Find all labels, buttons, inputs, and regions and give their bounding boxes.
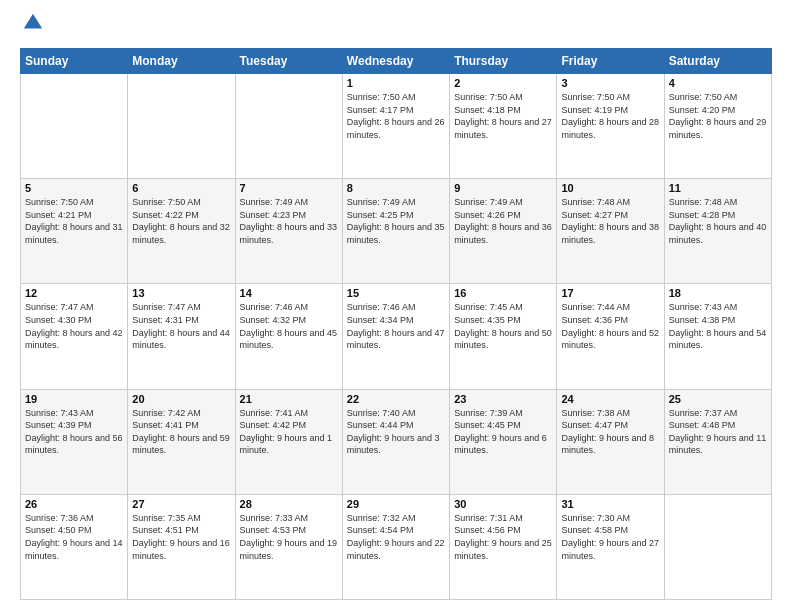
day-number: 21 bbox=[240, 393, 338, 405]
day-number: 29 bbox=[347, 498, 445, 510]
day-number: 24 bbox=[561, 393, 659, 405]
calendar-cell: 20Sunrise: 7:42 AMSunset: 4:41 PMDayligh… bbox=[128, 389, 235, 494]
calendar-cell: 7Sunrise: 7:49 AMSunset: 4:23 PMDaylight… bbox=[235, 179, 342, 284]
day-number: 15 bbox=[347, 287, 445, 299]
day-number: 2 bbox=[454, 77, 552, 89]
day-number: 19 bbox=[25, 393, 123, 405]
cell-content: Sunrise: 7:48 AMSunset: 4:28 PMDaylight:… bbox=[669, 196, 767, 246]
day-number: 28 bbox=[240, 498, 338, 510]
cell-content: Sunrise: 7:50 AMSunset: 4:20 PMDaylight:… bbox=[669, 91, 767, 141]
cell-content: Sunrise: 7:35 AMSunset: 4:51 PMDaylight:… bbox=[132, 512, 230, 562]
cell-content: Sunrise: 7:48 AMSunset: 4:27 PMDaylight:… bbox=[561, 196, 659, 246]
calendar-cell: 24Sunrise: 7:38 AMSunset: 4:47 PMDayligh… bbox=[557, 389, 664, 494]
calendar-cell: 31Sunrise: 7:30 AMSunset: 4:58 PMDayligh… bbox=[557, 494, 664, 599]
day-number: 5 bbox=[25, 182, 123, 194]
day-number: 8 bbox=[347, 182, 445, 194]
calendar-header-tuesday: Tuesday bbox=[235, 49, 342, 74]
calendar-cell: 12Sunrise: 7:47 AMSunset: 4:30 PMDayligh… bbox=[21, 284, 128, 389]
cell-content: Sunrise: 7:50 AMSunset: 4:22 PMDaylight:… bbox=[132, 196, 230, 246]
logo-icon bbox=[22, 12, 44, 34]
day-number: 20 bbox=[132, 393, 230, 405]
day-number: 26 bbox=[25, 498, 123, 510]
cell-content: Sunrise: 7:42 AMSunset: 4:41 PMDaylight:… bbox=[132, 407, 230, 457]
cell-content: Sunrise: 7:49 AMSunset: 4:25 PMDaylight:… bbox=[347, 196, 445, 246]
calendar-week-row: 19Sunrise: 7:43 AMSunset: 4:39 PMDayligh… bbox=[21, 389, 772, 494]
cell-content: Sunrise: 7:44 AMSunset: 4:36 PMDaylight:… bbox=[561, 301, 659, 351]
cell-content: Sunrise: 7:31 AMSunset: 4:56 PMDaylight:… bbox=[454, 512, 552, 562]
day-number: 4 bbox=[669, 77, 767, 89]
cell-content: Sunrise: 7:50 AMSunset: 4:19 PMDaylight:… bbox=[561, 91, 659, 141]
calendar-header-monday: Monday bbox=[128, 49, 235, 74]
calendar-cell: 16Sunrise: 7:45 AMSunset: 4:35 PMDayligh… bbox=[450, 284, 557, 389]
calendar-cell: 1Sunrise: 7:50 AMSunset: 4:17 PMDaylight… bbox=[342, 74, 449, 179]
cell-content: Sunrise: 7:46 AMSunset: 4:34 PMDaylight:… bbox=[347, 301, 445, 351]
day-number: 9 bbox=[454, 182, 552, 194]
calendar-cell bbox=[21, 74, 128, 179]
cell-content: Sunrise: 7:37 AMSunset: 4:48 PMDaylight:… bbox=[669, 407, 767, 457]
day-number: 6 bbox=[132, 182, 230, 194]
cell-content: Sunrise: 7:49 AMSunset: 4:23 PMDaylight:… bbox=[240, 196, 338, 246]
calendar-cell: 6Sunrise: 7:50 AMSunset: 4:22 PMDaylight… bbox=[128, 179, 235, 284]
page: SundayMondayTuesdayWednesdayThursdayFrid… bbox=[0, 0, 792, 612]
cell-content: Sunrise: 7:30 AMSunset: 4:58 PMDaylight:… bbox=[561, 512, 659, 562]
cell-content: Sunrise: 7:43 AMSunset: 4:38 PMDaylight:… bbox=[669, 301, 767, 351]
day-number: 1 bbox=[347, 77, 445, 89]
calendar-cell: 10Sunrise: 7:48 AMSunset: 4:27 PMDayligh… bbox=[557, 179, 664, 284]
cell-content: Sunrise: 7:33 AMSunset: 4:53 PMDaylight:… bbox=[240, 512, 338, 562]
calendar-cell: 15Sunrise: 7:46 AMSunset: 4:34 PMDayligh… bbox=[342, 284, 449, 389]
calendar-header-sunday: Sunday bbox=[21, 49, 128, 74]
calendar-cell: 9Sunrise: 7:49 AMSunset: 4:26 PMDaylight… bbox=[450, 179, 557, 284]
cell-content: Sunrise: 7:49 AMSunset: 4:26 PMDaylight:… bbox=[454, 196, 552, 246]
day-number: 27 bbox=[132, 498, 230, 510]
day-number: 16 bbox=[454, 287, 552, 299]
day-number: 18 bbox=[669, 287, 767, 299]
calendar-cell: 2Sunrise: 7:50 AMSunset: 4:18 PMDaylight… bbox=[450, 74, 557, 179]
day-number: 10 bbox=[561, 182, 659, 194]
calendar-cell: 11Sunrise: 7:48 AMSunset: 4:28 PMDayligh… bbox=[664, 179, 771, 284]
cell-content: Sunrise: 7:43 AMSunset: 4:39 PMDaylight:… bbox=[25, 407, 123, 457]
day-number: 12 bbox=[25, 287, 123, 299]
calendar-cell bbox=[128, 74, 235, 179]
cell-content: Sunrise: 7:40 AMSunset: 4:44 PMDaylight:… bbox=[347, 407, 445, 457]
calendar-header-row: SundayMondayTuesdayWednesdayThursdayFrid… bbox=[21, 49, 772, 74]
cell-content: Sunrise: 7:38 AMSunset: 4:47 PMDaylight:… bbox=[561, 407, 659, 457]
calendar-cell bbox=[235, 74, 342, 179]
calendar-cell: 27Sunrise: 7:35 AMSunset: 4:51 PMDayligh… bbox=[128, 494, 235, 599]
calendar-cell: 3Sunrise: 7:50 AMSunset: 4:19 PMDaylight… bbox=[557, 74, 664, 179]
calendar-table: SundayMondayTuesdayWednesdayThursdayFrid… bbox=[20, 48, 772, 600]
calendar-header-saturday: Saturday bbox=[664, 49, 771, 74]
cell-content: Sunrise: 7:46 AMSunset: 4:32 PMDaylight:… bbox=[240, 301, 338, 351]
day-number: 11 bbox=[669, 182, 767, 194]
calendar-cell: 22Sunrise: 7:40 AMSunset: 4:44 PMDayligh… bbox=[342, 389, 449, 494]
cell-content: Sunrise: 7:50 AMSunset: 4:18 PMDaylight:… bbox=[454, 91, 552, 141]
cell-content: Sunrise: 7:50 AMSunset: 4:21 PMDaylight:… bbox=[25, 196, 123, 246]
calendar-cell: 30Sunrise: 7:31 AMSunset: 4:56 PMDayligh… bbox=[450, 494, 557, 599]
cell-content: Sunrise: 7:41 AMSunset: 4:42 PMDaylight:… bbox=[240, 407, 338, 457]
day-number: 17 bbox=[561, 287, 659, 299]
calendar-header-friday: Friday bbox=[557, 49, 664, 74]
cell-content: Sunrise: 7:32 AMSunset: 4:54 PMDaylight:… bbox=[347, 512, 445, 562]
calendar-cell: 13Sunrise: 7:47 AMSunset: 4:31 PMDayligh… bbox=[128, 284, 235, 389]
calendar-week-row: 12Sunrise: 7:47 AMSunset: 4:30 PMDayligh… bbox=[21, 284, 772, 389]
cell-content: Sunrise: 7:39 AMSunset: 4:45 PMDaylight:… bbox=[454, 407, 552, 457]
header bbox=[20, 16, 772, 38]
cell-content: Sunrise: 7:50 AMSunset: 4:17 PMDaylight:… bbox=[347, 91, 445, 141]
calendar-cell: 26Sunrise: 7:36 AMSunset: 4:50 PMDayligh… bbox=[21, 494, 128, 599]
calendar-cell: 21Sunrise: 7:41 AMSunset: 4:42 PMDayligh… bbox=[235, 389, 342, 494]
day-number: 3 bbox=[561, 77, 659, 89]
calendar-cell: 25Sunrise: 7:37 AMSunset: 4:48 PMDayligh… bbox=[664, 389, 771, 494]
calendar-week-row: 1Sunrise: 7:50 AMSunset: 4:17 PMDaylight… bbox=[21, 74, 772, 179]
logo bbox=[20, 16, 44, 38]
day-number: 7 bbox=[240, 182, 338, 194]
day-number: 25 bbox=[669, 393, 767, 405]
calendar-cell: 14Sunrise: 7:46 AMSunset: 4:32 PMDayligh… bbox=[235, 284, 342, 389]
calendar-cell: 28Sunrise: 7:33 AMSunset: 4:53 PMDayligh… bbox=[235, 494, 342, 599]
calendar-header-wednesday: Wednesday bbox=[342, 49, 449, 74]
cell-content: Sunrise: 7:36 AMSunset: 4:50 PMDaylight:… bbox=[25, 512, 123, 562]
calendar-header-thursday: Thursday bbox=[450, 49, 557, 74]
calendar-week-row: 5Sunrise: 7:50 AMSunset: 4:21 PMDaylight… bbox=[21, 179, 772, 284]
calendar-cell: 8Sunrise: 7:49 AMSunset: 4:25 PMDaylight… bbox=[342, 179, 449, 284]
calendar-cell: 23Sunrise: 7:39 AMSunset: 4:45 PMDayligh… bbox=[450, 389, 557, 494]
svg-marker-0 bbox=[24, 14, 42, 29]
cell-content: Sunrise: 7:47 AMSunset: 4:30 PMDaylight:… bbox=[25, 301, 123, 351]
